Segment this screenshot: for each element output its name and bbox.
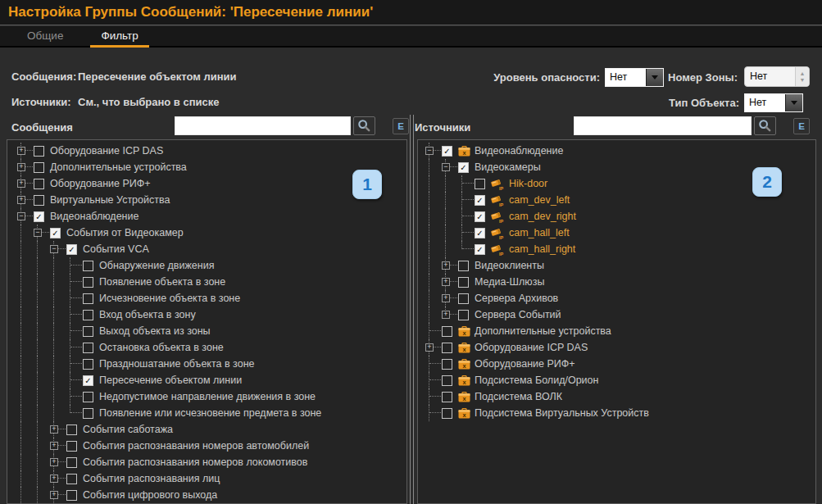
tree-checkbox[interactable] <box>442 343 452 353</box>
tree-checkbox[interactable] <box>442 359 452 370</box>
tree-row[interactable]: xОборудование РИФ+ <box>425 356 815 372</box>
tree-row[interactable]: +События распознавания номеров автомобил… <box>17 438 406 454</box>
tree-checkbox[interactable] <box>458 261 469 271</box>
messages-expand-button[interactable]: Е <box>393 118 409 134</box>
tree-row[interactable]: xПодсистема ВОЛК <box>425 388 815 405</box>
tree-row[interactable]: +Сервера Архивов <box>425 290 815 306</box>
tree-checkbox[interactable] <box>66 490 77 501</box>
tree-checkbox[interactable] <box>442 408 452 419</box>
tree-checkbox[interactable]: ✓ <box>475 228 485 238</box>
tree-row[interactable]: ✓IPcam_hall_right <box>425 241 815 257</box>
tree-row[interactable]: Вход объекта в зону <box>17 306 406 323</box>
tree-row[interactable]: xДополнительные устройства <box>425 323 815 339</box>
tree-checkbox[interactable] <box>34 179 44 189</box>
tree-checkbox[interactable] <box>66 457 77 468</box>
tree-row[interactable]: +Оборудование ICP DAS <box>17 143 406 159</box>
tree-row[interactable]: +События распознавания лиц <box>17 470 406 487</box>
tree-checkbox[interactable]: ✓ <box>458 162 469 173</box>
tree-checkbox[interactable] <box>34 162 44 173</box>
tree-row[interactable]: ✓IPcam_hall_left <box>425 225 815 241</box>
collapse-minus-icon[interactable]: − <box>50 245 58 253</box>
collapse-minus-icon[interactable]: − <box>17 212 25 220</box>
tree-row[interactable]: Выход объекта из зоны <box>17 323 406 339</box>
tree-checkbox[interactable] <box>458 293 469 304</box>
tree-row[interactable]: −✓События от Видеокамер <box>17 225 406 241</box>
tree-checkbox[interactable] <box>475 179 485 189</box>
tree-checkbox[interactable] <box>83 408 93 419</box>
collapse-minus-icon[interactable]: − <box>425 147 434 155</box>
tree-row[interactable]: Обнаружение движения <box>17 257 406 274</box>
tree-checkbox[interactable] <box>442 326 452 337</box>
tree-checkbox[interactable] <box>83 277 93 288</box>
tree-checkbox[interactable] <box>83 261 93 271</box>
tree-row[interactable]: Праздношатание объекта в зоне <box>17 356 406 372</box>
panel-splitter[interactable] <box>410 115 414 504</box>
tree-row[interactable]: Появление объекта в зоне <box>17 274 406 290</box>
tree-row[interactable]: −✓События VCA <box>17 241 406 257</box>
messages-search-button[interactable] <box>353 116 375 135</box>
tree-checkbox[interactable] <box>34 146 44 157</box>
tree-checkbox[interactable]: ✓ <box>66 244 77 255</box>
tree-checkbox[interactable] <box>458 310 469 320</box>
tree-checkbox[interactable]: ✓ <box>34 211 44 222</box>
tree-row[interactable]: Недопустимое направление движения в зоне <box>17 388 406 405</box>
tree-row[interactable]: −✓xВидеонаблюдение <box>425 143 815 159</box>
sources-search-input[interactable] <box>574 116 752 135</box>
arrow-down-icon[interactable]: ▼ <box>800 77 806 84</box>
tree-row[interactable]: xПодсистема Болид/Орион <box>425 372 815 388</box>
messages-search-input[interactable] <box>175 116 351 135</box>
tree-checkbox[interactable]: ✓ <box>475 195 485 206</box>
expand-plus-icon[interactable]: + <box>442 311 450 319</box>
expand-plus-icon[interactable]: + <box>17 163 25 171</box>
expand-plus-icon[interactable]: + <box>50 458 58 466</box>
expand-plus-icon[interactable]: + <box>50 491 58 499</box>
tree-checkbox[interactable] <box>83 326 93 337</box>
tree-row[interactable]: +События саботажа <box>17 421 406 438</box>
tree-checkbox[interactable] <box>83 310 93 320</box>
tree-checkbox[interactable] <box>66 441 77 452</box>
expand-plus-icon[interactable]: + <box>442 278 450 286</box>
tree-checkbox[interactable] <box>458 277 469 288</box>
tree-row[interactable]: +Видеоклиенты <box>425 257 815 274</box>
tree-checkbox[interactable] <box>442 392 452 402</box>
tree-checkbox[interactable] <box>83 343 93 353</box>
tree-checkbox[interactable] <box>83 293 93 304</box>
collapse-minus-icon[interactable]: − <box>34 229 42 237</box>
tree-row[interactable]: −✓Видеонаблюдение <box>17 208 406 225</box>
tree-row[interactable]: +События распознавания номеров локомотив… <box>17 454 406 470</box>
tree-checkbox[interactable]: ✓ <box>475 211 485 222</box>
tree-row[interactable]: Исчезновение объекта в зоне <box>17 290 406 306</box>
tree-row[interactable]: Появление или исчезновение предмета в зо… <box>17 405 406 421</box>
expand-plus-icon[interactable]: + <box>50 425 58 434</box>
tree-checkbox[interactable] <box>34 195 44 206</box>
tree-row[interactable]: +События цифрового выхода <box>17 487 406 503</box>
expand-plus-icon[interactable]: + <box>17 196 25 204</box>
tree-row[interactable]: +Дополнительные устройства <box>17 159 406 175</box>
tab-filter[interactable]: Фильтр <box>90 26 148 46</box>
zone-number-spinner[interactable]: Нет ▲ ▼ <box>744 66 810 87</box>
chevron-down-icon[interactable] <box>785 94 802 111</box>
tree-checkbox[interactable]: ✓ <box>50 228 61 238</box>
expand-plus-icon[interactable]: + <box>442 294 450 302</box>
tree-checkbox[interactable] <box>66 474 77 484</box>
tree-checkbox[interactable] <box>442 375 452 386</box>
sources-search-button[interactable] <box>754 116 776 135</box>
tree-row[interactable]: +Сервера Событий <box>425 306 815 323</box>
expand-plus-icon[interactable]: + <box>17 147 25 155</box>
tree-row[interactable]: ✓Пересечение объектом линии <box>17 372 406 388</box>
expand-plus-icon[interactable]: + <box>50 442 58 450</box>
tree-checkbox[interactable] <box>83 392 93 402</box>
tree-checkbox[interactable]: ✓ <box>442 146 452 157</box>
tab-general[interactable]: Общие <box>16 26 74 46</box>
expand-plus-icon[interactable]: + <box>50 474 58 483</box>
sources-expand-button[interactable]: Е <box>793 118 810 134</box>
object-type-combobox[interactable]: Нет <box>744 93 803 112</box>
tree-row[interactable]: +Оборудование РИФ+ <box>17 175 406 192</box>
tree-checkbox[interactable] <box>66 425 77 435</box>
tree-row[interactable]: +xОборудование ICP DAS <box>425 339 815 356</box>
tree-checkbox[interactable]: ✓ <box>475 244 485 255</box>
tree-row[interactable]: ✓IPcam_dev_right <box>425 208 815 225</box>
spinner-buttons[interactable]: ▲ ▼ <box>795 67 809 86</box>
arrow-up-icon[interactable]: ▲ <box>800 70 806 77</box>
tree-checkbox[interactable]: ✓ <box>83 375 93 386</box>
